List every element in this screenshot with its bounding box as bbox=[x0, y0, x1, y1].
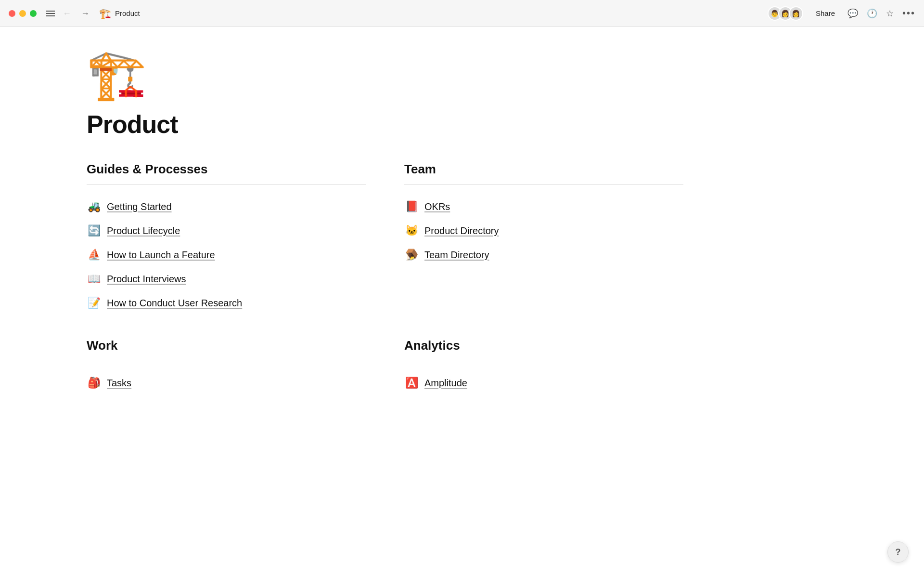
product-lifecycle-icon: 🔄 bbox=[87, 224, 101, 237]
page-hero-icon: 🏗️ bbox=[87, 50, 683, 98]
bookmark-icon[interactable]: ☆ bbox=[886, 8, 894, 19]
help-button[interactable]: ? bbox=[887, 541, 909, 563]
getting-started-link[interactable]: Getting Started bbox=[107, 201, 172, 212]
section-team-list: 📕 OKRs 🐱 Product Directory 🪤 Team Direct… bbox=[404, 195, 683, 267]
section-analytics-divider bbox=[404, 361, 683, 361]
traffic-lights bbox=[9, 10, 37, 17]
section-team-divider bbox=[404, 184, 683, 185]
tab-icon: 🏗️ bbox=[99, 8, 111, 19]
okrs-link[interactable]: OKRs bbox=[424, 201, 450, 212]
page-title: Product bbox=[87, 110, 683, 139]
forward-button[interactable]: → bbox=[79, 8, 91, 19]
fullscreen-button[interactable] bbox=[30, 10, 37, 17]
list-item[interactable]: 🔄 Product Lifecycle bbox=[87, 219, 366, 243]
back-button[interactable]: ← bbox=[61, 8, 73, 19]
sidebar-toggle-icon[interactable] bbox=[46, 11, 55, 16]
launch-feature-icon: ⛵ bbox=[87, 249, 101, 261]
section-guides: Guides & Processes 🚜 Getting Started 🔄 P… bbox=[87, 162, 366, 315]
list-item[interactable]: 📕 OKRs bbox=[404, 195, 683, 219]
list-item[interactable]: 🎒 Tasks bbox=[87, 371, 366, 395]
list-item[interactable]: 📝 How to Conduct User Research bbox=[87, 291, 366, 315]
list-item[interactable]: 🚜 Getting Started bbox=[87, 195, 366, 219]
launch-feature-link[interactable]: How to Launch a Feature bbox=[107, 250, 215, 261]
section-analytics: Analytics 🅰️ Amplitude bbox=[404, 338, 683, 395]
section-analytics-list: 🅰️ Amplitude bbox=[404, 371, 683, 395]
list-item[interactable]: 🪤 Team Directory bbox=[404, 243, 683, 267]
list-item[interactable]: ⛵ How to Launch a Feature bbox=[87, 243, 366, 267]
product-interviews-link[interactable]: Product Interviews bbox=[107, 274, 186, 285]
list-item[interactable]: 🅰️ Amplitude bbox=[404, 371, 683, 395]
product-interviews-icon: 📖 bbox=[87, 273, 101, 285]
section-team-title: Team bbox=[404, 162, 683, 177]
section-team: Team 📕 OKRs 🐱 Product Directory 🪤 Team D… bbox=[404, 162, 683, 315]
section-guides-list: 🚜 Getting Started 🔄 Product Lifecycle ⛵ … bbox=[87, 195, 366, 315]
titlebar: ← → 🏗️ Product 👨 👩 👩 Share 💬 🕐 ☆ ••• bbox=[0, 0, 924, 27]
okrs-icon: 📕 bbox=[404, 200, 419, 213]
section-work-divider bbox=[87, 361, 366, 361]
section-work-list: 🎒 Tasks bbox=[87, 371, 366, 395]
main-content: 🏗️ Product Guides & Processes 🚜 Getting … bbox=[0, 27, 770, 441]
section-analytics-title: Analytics bbox=[404, 338, 683, 353]
minimize-button[interactable] bbox=[19, 10, 26, 17]
product-directory-link[interactable]: Product Directory bbox=[424, 225, 499, 236]
amplitude-link[interactable]: Amplitude bbox=[424, 378, 467, 389]
section-guides-title: Guides & Processes bbox=[87, 162, 366, 177]
getting-started-icon: 🚜 bbox=[87, 200, 101, 213]
sections-grid: Guides & Processes 🚜 Getting Started 🔄 P… bbox=[87, 162, 683, 418]
close-button[interactable] bbox=[9, 10, 15, 17]
list-item[interactable]: 📖 Product Interviews bbox=[87, 267, 366, 291]
section-work: Work 🎒 Tasks bbox=[87, 338, 366, 395]
product-lifecycle-link[interactable]: Product Lifecycle bbox=[107, 225, 180, 236]
amplitude-icon: 🅰️ bbox=[404, 377, 419, 389]
user-research-link[interactable]: How to Conduct User Research bbox=[107, 298, 242, 309]
more-options-button[interactable]: ••• bbox=[902, 8, 915, 19]
team-directory-icon: 🪤 bbox=[404, 249, 419, 261]
avatar: 👩 bbox=[789, 6, 803, 21]
titlebar-right: 👨 👩 👩 Share 💬 🕐 ☆ ••• bbox=[768, 6, 915, 21]
history-icon[interactable]: 🕐 bbox=[867, 8, 877, 19]
comment-icon[interactable]: 💬 bbox=[847, 8, 858, 19]
team-directory-link[interactable]: Team Directory bbox=[424, 250, 489, 261]
tasks-link[interactable]: Tasks bbox=[107, 378, 131, 389]
section-work-title: Work bbox=[87, 338, 366, 353]
nav-controls: ← → bbox=[46, 8, 91, 19]
tab-title: 🏗️ Product bbox=[99, 8, 140, 19]
user-research-icon: 📝 bbox=[87, 297, 101, 309]
section-guides-divider bbox=[87, 184, 366, 185]
avatar-group: 👨 👩 👩 bbox=[768, 6, 803, 21]
tab-name-label: Product bbox=[115, 9, 140, 17]
product-directory-icon: 🐱 bbox=[404, 224, 419, 237]
share-button[interactable]: Share bbox=[812, 7, 839, 19]
tasks-icon: 🎒 bbox=[87, 377, 101, 389]
list-item[interactable]: 🐱 Product Directory bbox=[404, 219, 683, 243]
